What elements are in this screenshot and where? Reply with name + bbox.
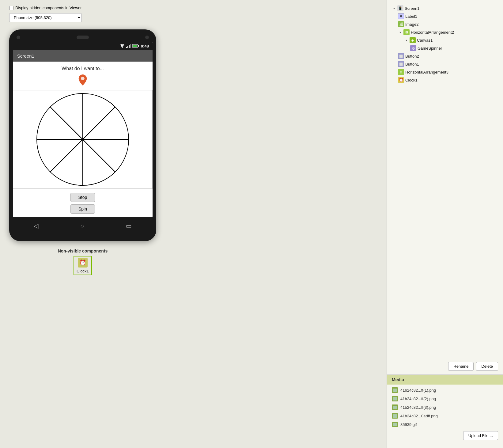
tree-item-game-spinner[interactable]: ◎ GameSpinner <box>392 44 498 52</box>
non-visible-clock1: ⏰ Clock1 <box>74 256 92 275</box>
rename-delete-row: Rename Delete <box>387 358 503 374</box>
image2-label: Image2 <box>405 22 418 27</box>
status-icons <box>119 44 139 48</box>
svg-rect-1 <box>126 47 127 48</box>
phone-speaker <box>77 36 89 39</box>
screen1-label: Screen1 <box>405 6 419 11</box>
screen-title-bar: Screen1 <box>13 50 153 62</box>
canvas1-label: Canvas1 <box>417 38 433 43</box>
non-visible-title: Non-visible components <box>58 249 108 253</box>
tree-item-ha3[interactable]: ⊟ HorizontalArrangement3 <box>392 68 498 76</box>
rename-button[interactable]: Rename <box>448 362 474 371</box>
spin-button[interactable]: Spin <box>70 204 95 214</box>
tree-item-canvas1[interactable]: ▾ ◈ Canvas1 <box>392 36 498 44</box>
phone-top-bar <box>13 36 153 42</box>
button2-label: Button2 <box>405 54 419 59</box>
signal-icon <box>126 44 131 48</box>
button1-label: Button1 <box>405 62 419 66</box>
hidden-components-row: Display hidden components in Viewer <box>9 6 82 10</box>
tree-item-clock1[interactable]: ⏰ Clock1 <box>392 76 498 84</box>
media-filename-2: 41b24c82...ff(3).png <box>400 405 436 410</box>
game-spinner-label: GameSpinner <box>418 46 442 51</box>
media-section: Media 41b24c82...ff(1).png 41b24c82...ff… <box>387 374 503 444</box>
media-thumb-0 <box>392 387 398 393</box>
clock1-tree-label: Clock1 <box>405 78 418 82</box>
media-filename-0: 41b24c82...ff(1).png <box>400 388 436 393</box>
canvas1-icon: ◈ <box>410 37 416 43</box>
tree-item-image2[interactable]: 🖼 Image2 <box>392 20 498 28</box>
button-section: Stop Spin <box>13 189 153 217</box>
phone-sensor <box>145 36 149 39</box>
media-thumb-1 <box>392 396 398 401</box>
spinner-wheel <box>34 90 132 188</box>
media-filename-3: 41b24c82...0adff.png <box>400 414 438 418</box>
media-item-2[interactable]: 41b24c82...ff(3).png <box>387 403 503 412</box>
svg-point-8 <box>81 77 84 80</box>
right-panel: ▾ 📱 Screen1 A Label1 🖼 Image2 ▾ ⊟ Horizo… <box>387 0 503 448</box>
ha2-label: HorizontalArrangement2 <box>411 30 454 35</box>
ha2-icon: ⊟ <box>403 29 410 35</box>
delete-button[interactable]: Delete <box>476 362 498 371</box>
tree-item-button2[interactable]: ⬜ Button2 <box>392 52 498 60</box>
media-item-4[interactable]: 85939.gif <box>387 420 503 429</box>
tree-item-button1[interactable]: ⬜ Button1 <box>392 60 498 68</box>
non-visible-section: Non-visible components ⏰ Clock1 <box>58 249 108 275</box>
media-item-3[interactable]: 41b24c82...0adff.png <box>387 412 503 420</box>
label1-label: Label1 <box>405 14 417 19</box>
svg-rect-2 <box>127 46 128 48</box>
tree-item-label1[interactable]: A Label1 <box>392 12 498 20</box>
svg-point-0 <box>122 47 123 48</box>
label-text: What do I want to... <box>62 66 104 71</box>
wifi-icon <box>119 44 125 48</box>
phone-camera-icon <box>17 36 20 39</box>
phone-device: 9:48 Screen1 What do I want to... <box>9 29 156 241</box>
upload-file-button[interactable]: Upload File ... <box>463 431 498 440</box>
svg-rect-7 <box>138 45 139 47</box>
image2-icon: 🖼 <box>398 21 404 27</box>
nav-recents-icon[interactable]: ▭ <box>126 222 132 230</box>
app-content: What do I want to... <box>13 62 153 217</box>
tree-item-ha2[interactable]: ▾ ⊟ HorizontalArrangement2 <box>392 28 498 36</box>
button1-icon: ⬜ <box>398 61 404 67</box>
ha3-icon: ⊟ <box>398 69 404 75</box>
phone-nav-bar: ◁ ○ ▭ <box>13 218 153 234</box>
label1-icon: A <box>398 13 404 19</box>
media-filename-4: 85939.gif <box>400 422 417 427</box>
svg-rect-6 <box>133 45 137 47</box>
media-header: Media <box>387 375 503 385</box>
phone-screen: 9:48 Screen1 What do I want to... <box>13 42 153 217</box>
nav-home-icon[interactable]: ○ <box>80 222 84 230</box>
media-thumb-2 <box>392 404 398 410</box>
phone-container: 9:48 Screen1 What do I want to... <box>9 29 156 275</box>
hidden-components-checkbox[interactable] <box>9 6 13 10</box>
svg-rect-3 <box>129 45 130 48</box>
media-thumb-4 <box>392 422 398 427</box>
collapse-canvas1[interactable]: ▾ <box>404 38 408 42</box>
phone-size-dropdown[interactable]: Phone size (505,320) Tablet size (1024,7… <box>9 13 82 22</box>
screen1-icon: 📱 <box>397 5 403 11</box>
button2-icon: ⬜ <box>398 53 404 59</box>
media-thumb-3 <box>392 413 398 419</box>
game-spinner-icon: ◎ <box>410 45 416 51</box>
left-panel: Display hidden components in Viewer Phon… <box>0 0 387 448</box>
media-item-1[interactable]: 41b24c82...ff(2).png <box>387 394 503 403</box>
media-list: 41b24c82...ff(1).png 41b24c82...ff(2).pn… <box>387 385 503 430</box>
stop-button[interactable]: Stop <box>70 193 95 202</box>
nav-back-icon[interactable]: ◁ <box>34 222 38 230</box>
component-tree: ▾ 📱 Screen1 A Label1 🖼 Image2 ▾ ⊟ Horizo… <box>387 4 503 358</box>
status-bar: 9:48 <box>13 42 153 50</box>
clock1-icon: ⏰ <box>78 258 88 268</box>
location-pin-icon <box>78 74 87 85</box>
media-item-0[interactable]: 41b24c82...ff(1).png <box>387 386 503 394</box>
label-section: What do I want to... <box>13 62 153 90</box>
hidden-components-label: Display hidden components in Viewer <box>15 6 82 10</box>
tree-item-screen1[interactable]: ▾ 📱 Screen1 <box>392 4 498 12</box>
upload-row: Upload File ... <box>387 430 503 444</box>
collapse-ha2[interactable]: ▾ <box>398 30 402 34</box>
svg-rect-4 <box>130 44 131 48</box>
clock1-label: Clock1 <box>77 269 89 273</box>
collapse-screen1[interactable]: ▾ <box>392 6 396 10</box>
canvas-area[interactable] <box>13 90 153 189</box>
top-controls: Display hidden components in Viewer Phon… <box>9 6 82 22</box>
clock1-tree-icon: ⏰ <box>398 77 404 83</box>
